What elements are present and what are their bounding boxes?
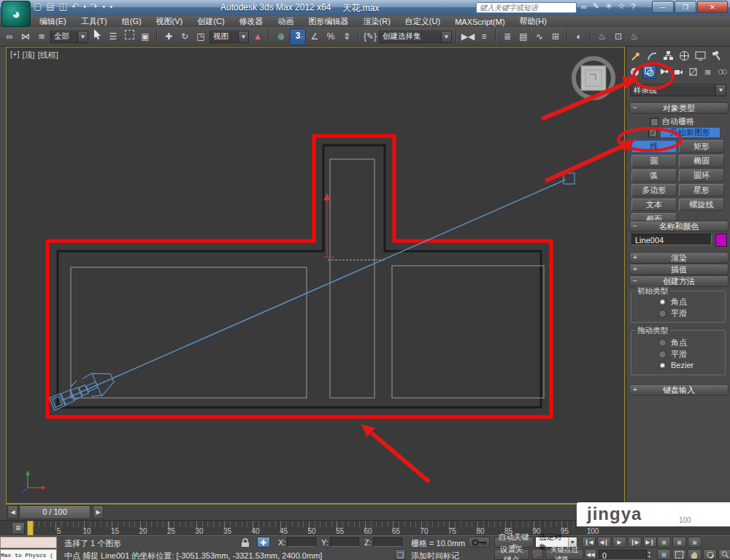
menu-create[interactable]: 创建(C) [190, 16, 231, 27]
menu-maxscript[interactable]: MAXScript(M) [447, 18, 512, 26]
favorites-icon[interactable]: ☆ [618, 1, 625, 11]
tab-hierarchy-icon[interactable] [661, 48, 675, 63]
maximize-button[interactable]: ❐ [675, 1, 696, 13]
align-icon[interactable]: ≡ [477, 29, 491, 45]
menu-graph-editors[interactable]: 图形编辑器 [301, 16, 356, 27]
snap-toggle-3d-icon[interactable]: 3∩ [290, 28, 306, 45]
zoom-region-icon[interactable] [672, 549, 686, 560]
shape-button-star[interactable]: 星形 [679, 184, 724, 196]
qat-customize-icon[interactable]: ▾ [110, 4, 112, 10]
time-configuration-icon[interactable]: ▦ [657, 549, 671, 560]
start-new-shape-label[interactable]: 开始新图形 [661, 128, 720, 137]
rotate-icon[interactable]: ↻ [177, 29, 192, 45]
rollout-name-color[interactable]: − 名称和颜色 [629, 220, 729, 232]
spline-category-dropdown[interactable]: 样条线 ▼ [630, 84, 726, 96]
viewport-menu-plus[interactable]: [+] [10, 50, 20, 61]
bind-to-spacewarp-icon[interactable]: ≋ [34, 29, 49, 45]
new-file-icon[interactable]: ▢ [34, 1, 42, 12]
subscription-icon[interactable]: ✎ [593, 1, 599, 11]
shape-button-circle[interactable]: 圆 [631, 155, 677, 167]
radio-drag-smooth[interactable] [658, 350, 666, 358]
shape-button-text[interactable]: 文本 [631, 199, 677, 211]
dropdown-arrow-icon[interactable]: ▼ [77, 31, 88, 42]
trackbar-time-handle[interactable] [27, 521, 34, 536]
next-key-icon[interactable]: ❙▶ [628, 537, 642, 548]
edit-named-selections-icon[interactable]: {✎} [363, 29, 377, 45]
shape-button-ngon[interactable]: 多边形 [631, 184, 677, 196]
rollout-interpolation[interactable]: + 插值 [629, 264, 729, 275]
time-tag-icon[interactable]: ❏ [395, 549, 406, 560]
previous-frame-icon[interactable]: ◀ [7, 505, 18, 519]
orbit-icon[interactable] [703, 549, 717, 560]
undo-icon[interactable]: ↶ [72, 1, 79, 12]
reference-coordinate-dropdown[interactable]: 视图 ▼ [210, 31, 249, 43]
rollout-creation-method[interactable]: − 创建方法 [629, 275, 729, 287]
rollout-object-type[interactable]: − 对象类型 [629, 102, 729, 114]
dropdown-arrow-icon[interactable]: ▼ [441, 31, 451, 42]
play-icon[interactable]: ▶ [612, 537, 626, 548]
close-button[interactable]: ✕ [697, 1, 728, 13]
shape-button-ellipse[interactable]: 椭圆 [679, 155, 724, 167]
search-input[interactable] [476, 2, 577, 13]
mini-listener-text[interactable]: Max to Physcs ( [0, 549, 57, 560]
set-keys-icon[interactable] [468, 537, 490, 548]
mini-curve-editor-icon[interactable]: ⊞ [12, 522, 25, 534]
key-mode-curve-icon[interactable] [531, 549, 543, 560]
pan-hand-icon[interactable] [688, 549, 702, 560]
time-slider-handle[interactable]: 0 / 100 [19, 505, 91, 519]
selection-filter-dropdown[interactable]: 全部 ▼ [50, 31, 88, 43]
layer-manager-icon[interactable]: ≣ [500, 29, 515, 45]
key-step-icon[interactable]: ◀◀ [585, 549, 596, 560]
schematic-view-icon[interactable]: ⊞ [548, 29, 563, 45]
z-coordinate-field[interactable] [373, 537, 402, 547]
named-selection-dropdown[interactable]: 创建选择集 ▼ [379, 31, 452, 43]
open-file-icon[interactable]: ▤ [46, 1, 54, 12]
viewport-top[interactable]: [+] [顶] [线框] [6, 47, 625, 504]
help-icon[interactable]: ? [631, 2, 635, 11]
status-toggle-icon-3[interactable]: ▣ [688, 537, 702, 548]
render-setup-icon[interactable]: ♨ [595, 29, 610, 45]
radio-drag-bezier[interactable] [658, 361, 666, 369]
rendered-frame-window-icon[interactable]: ⊡ [611, 29, 626, 45]
go-to-start-icon[interactable]: ❙◀ [582, 537, 596, 548]
max-logo[interactable]: ◕ [1, 1, 31, 27]
menu-animation[interactable]: 动画 [271, 16, 301, 27]
unlink-selection-icon[interactable]: ⋈ [18, 29, 33, 45]
move-icon[interactable]: ✚ [161, 29, 176, 45]
menu-group[interactable]: 组(G) [115, 16, 149, 27]
category-shapes-icon[interactable] [642, 65, 656, 79]
angle-snap-icon[interactable]: ∠ [307, 29, 322, 45]
menu-edit[interactable]: 编辑(E) [32, 16, 74, 27]
shape-button-donut[interactable]: 圆环 [679, 169, 724, 182]
mirror-icon[interactable]: ▶◀ [461, 29, 475, 45]
select-object-icon[interactable] [90, 29, 104, 45]
shape-button-rectangle[interactable]: 矩形 [679, 140, 724, 153]
x-coordinate-field[interactable] [287, 537, 316, 547]
current-frame-field[interactable]: 0 [599, 550, 647, 560]
radio-initial-corner[interactable] [658, 298, 666, 306]
shape-button-arc[interactable]: 弧 [631, 169, 677, 182]
scale-icon[interactable]: ◳ [193, 29, 208, 45]
save-file-icon[interactable]: ◫ [59, 1, 67, 12]
redo-dropdown-icon[interactable]: ▾ [102, 4, 105, 10]
rollout-rendering[interactable]: + 渲染 [629, 252, 729, 264]
frame-spinner[interactable]: ▲▼ [648, 550, 651, 559]
status-toggle-icon-1[interactable]: ▣ [657, 537, 671, 548]
previous-key-icon[interactable]: ◀❙ [597, 537, 611, 548]
use-pivot-center-icon[interactable]: ▲ [250, 29, 265, 45]
menu-rendering[interactable]: 渲染(R) [356, 16, 398, 27]
go-to-end-icon[interactable]: ▶❙ [643, 537, 657, 548]
dropdown-arrow-icon[interactable]: ▼ [715, 85, 726, 96]
select-and-link-icon[interactable]: ∞ [2, 29, 17, 45]
next-frame-icon[interactable]: ▶ [93, 505, 104, 519]
menu-views[interactable]: 视图(V) [149, 16, 191, 27]
redo-icon[interactable]: ↷ [91, 1, 98, 12]
material-editor-icon[interactable]: ◐ [572, 29, 586, 45]
menu-help[interactable]: 帮助(H) [512, 16, 554, 27]
quick-render-icon[interactable]: ♨ [627, 29, 642, 45]
set-key-button[interactable]: 设置关键点 [494, 549, 529, 560]
menu-modifiers[interactable]: 修改器 [232, 16, 271, 27]
shape-button-helix[interactable]: 螺旋线 [679, 199, 724, 211]
select-manipulate-icon[interactable]: ⊕ [274, 29, 288, 45]
tab-modify-icon[interactable] [645, 48, 659, 63]
